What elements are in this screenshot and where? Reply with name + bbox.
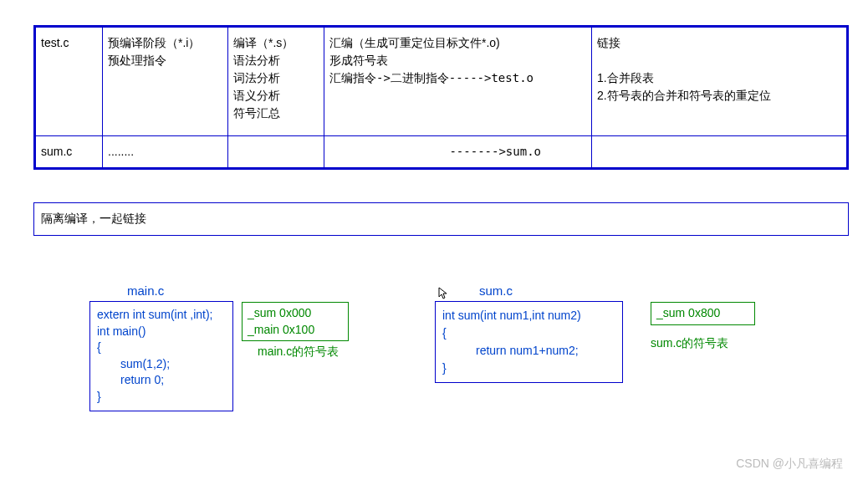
code-line: { bbox=[97, 340, 101, 354]
main-symbol-caption: main.c的符号表 bbox=[258, 345, 339, 360]
cell-compile-title: 编译（*.s） bbox=[233, 36, 294, 49]
sum-symbol-table: _sum 0x800 bbox=[651, 302, 755, 325]
symbol-entry: _main 0x100 bbox=[248, 323, 314, 336]
compilation-stages-table: test.c 预编译阶段（*.i）预处理指令 编译（*.s）语法分析词法分析语义… bbox=[33, 25, 849, 170]
main-code-box: extern int sum(int ,int); int main() { s… bbox=[89, 301, 233, 411]
main-symbol-table: _sum 0x000 _main 0x100 bbox=[242, 302, 349, 341]
cell-compile-l1: 语法分析 bbox=[233, 54, 280, 67]
cell-compile-l3: 语义分析 bbox=[233, 89, 280, 102]
cell-file2: sum.c bbox=[41, 145, 72, 158]
cell-compile-l4: 符号汇总 bbox=[233, 106, 280, 120]
cell-link-title: 链接 bbox=[597, 36, 620, 49]
cell-dots: ........ bbox=[108, 145, 134, 158]
table-row: test.c 预编译阶段（*.i）预处理指令 编译（*.s）语法分析词法分析语义… bbox=[36, 28, 847, 136]
watermark-text: CSDN @小凡喜编程 bbox=[736, 457, 843, 472]
code-line: int main() bbox=[97, 324, 146, 338]
cell-assemble-l2: 汇编指令->二进制指令----->test.o bbox=[329, 71, 534, 84]
code-line: { bbox=[442, 326, 447, 340]
separator-caption-box: 隔离编译，一起链接 bbox=[33, 202, 849, 236]
code-line: return 0; bbox=[97, 373, 164, 386]
cell-compile-l2: 词法分析 bbox=[233, 71, 280, 84]
separator-text: 隔离编译，一起链接 bbox=[41, 212, 146, 225]
table-row: sum.c ........ ------->sum.o bbox=[36, 136, 847, 168]
sum-symbol-caption: sum.c的符号表 bbox=[651, 336, 728, 351]
cell-link-l1: 1.合并段表 bbox=[597, 71, 654, 84]
cell-preprocess-sub: 预处理指令 bbox=[108, 54, 166, 67]
cell-assemble-l1: 形成符号表 bbox=[329, 54, 388, 67]
code-line: extern int sum(int ,int); bbox=[97, 308, 213, 321]
cell-preprocess-title: 预编译阶段（*.i） bbox=[108, 36, 200, 49]
symbol-entry: _sum 0x000 bbox=[248, 306, 311, 319]
code-line: } bbox=[97, 390, 101, 403]
code-line: return num1+num2; bbox=[442, 344, 579, 357]
symbol-entry: _sum 0x800 bbox=[656, 306, 720, 319]
code-line: } bbox=[442, 361, 447, 375]
sum-code-box: int sum(int num1,int num2) { return num1… bbox=[435, 301, 623, 383]
code-line: int sum(int num1,int num2) bbox=[442, 309, 581, 322]
main-c-label: main.c bbox=[127, 283, 164, 298]
cell-assemble-title: 汇编（生成可重定位目标文件*.o) bbox=[329, 36, 500, 49]
cell-sum-o: ------->sum.o bbox=[449, 145, 541, 158]
cell-link-l2: 2.符号表的合并和符号表的重定位 bbox=[597, 89, 771, 102]
cursor-icon bbox=[438, 287, 448, 303]
code-line: sum(1,2); bbox=[97, 357, 170, 370]
cell-file: test.c bbox=[41, 36, 69, 49]
sum-c-label: sum.c bbox=[479, 283, 513, 298]
